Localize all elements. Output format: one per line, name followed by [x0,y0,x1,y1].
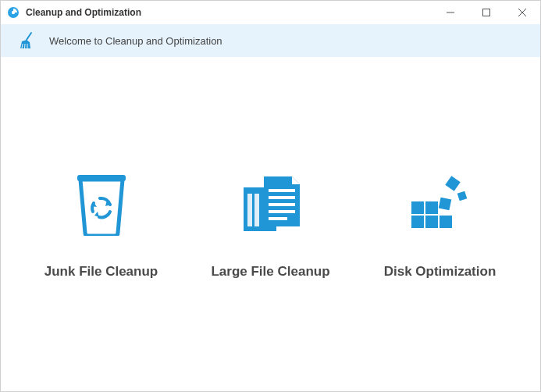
broom-icon [16,30,38,52]
svg-rect-22 [425,216,438,228]
svg-rect-13 [254,194,259,226]
svg-rect-24 [438,198,451,211]
files-icon [236,169,306,239]
svg-rect-3 [483,9,490,16]
welcome-text: Welcome to Cleanup and Optimization [49,35,222,47]
close-button[interactable] [504,1,540,24]
svg-point-1 [12,11,15,14]
junk-file-cleanup-label: Junk File Cleanup [44,264,158,280]
window-title: Cleanup and Optimization [26,7,432,18]
svg-rect-17 [269,210,295,213]
svg-rect-12 [247,194,252,226]
disk-optimization-label: Disk Optimization [384,264,497,280]
svg-rect-21 [411,216,424,228]
welcome-banner: Welcome to Cleanup and Optimization [1,24,540,57]
svg-line-8 [25,44,26,48]
svg-rect-10 [77,175,126,181]
junk-file-cleanup-card[interactable]: Junk File Cleanup [23,169,180,280]
large-file-cleanup-label: Large File Cleanup [211,264,329,280]
app-icon [7,6,20,19]
window-controls [432,1,540,24]
svg-rect-14 [269,189,295,192]
minimize-button[interactable] [432,1,468,24]
svg-rect-26 [457,191,467,201]
svg-rect-23 [440,216,452,228]
titlebar: Cleanup and Optimization [1,1,540,24]
svg-rect-15 [269,196,295,199]
svg-rect-16 [269,203,295,206]
maximize-button[interactable] [468,1,504,24]
svg-rect-20 [425,201,438,214]
svg-rect-18 [269,217,287,220]
trash-recycle-icon [66,169,137,239]
large-file-cleanup-card[interactable]: Large File Cleanup [193,169,349,280]
svg-line-6 [27,33,31,40]
svg-rect-25 [445,176,460,191]
defrag-blocks-icon [405,169,475,239]
svg-rect-19 [411,201,424,214]
main-content: Junk File Cleanup Large File Cleanup [1,57,540,391]
disk-optimization-card[interactable]: Disk Optimization [362,169,518,280]
